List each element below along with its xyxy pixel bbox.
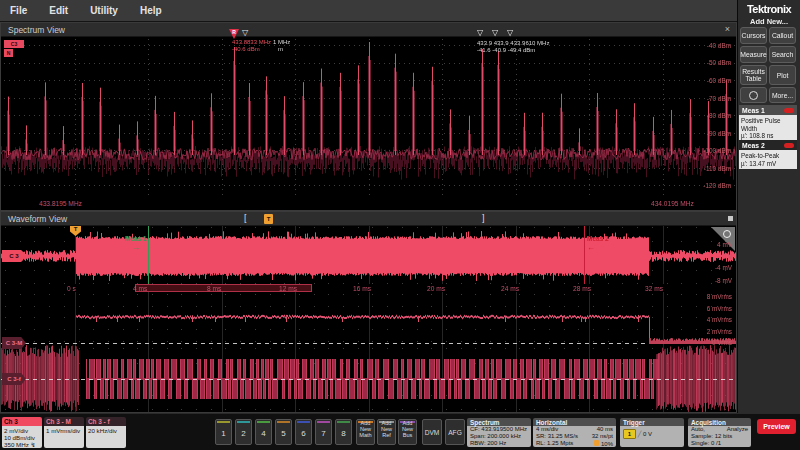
meas1-arrow-icon: → [132,243,140,252]
ch3-frequency-trace-badge[interactable]: C 3-f [2,373,26,385]
brand-logo: Tektronix [739,3,799,15]
trigger-indicator-icon[interactable]: T [264,214,273,224]
spectrum-trace-mode-badge[interactable]: N [4,49,13,57]
meas1-gate-line[interactable] [148,226,149,284]
waveform-view-title: Waveform View [8,214,67,224]
db-label: -40 dBm [707,42,731,49]
ch3f-badge-title: Ch 3 - f [86,417,126,426]
probe-icon: ↯ [31,441,36,448]
cursors-button[interactable]: Cursors [740,27,767,44]
channel-button-8[interactable]: 8 [335,419,352,445]
markers-right-freqs: 433.9 433.9 433.9610 MHz [477,40,549,47]
callout-button[interactable]: Callout [769,27,796,44]
add-new-math-button[interactable]: AddNewMath [356,419,375,445]
spectrum-span: Span: 200.000 kHz [470,433,528,440]
preview-button[interactable]: Preview [757,419,796,434]
time-label: 20 ms [427,285,445,292]
v-label: 0 V [722,253,732,260]
peak-marker-icon[interactable]: ▽ [492,29,498,37]
ch3m-scale: 1 mVrms/div [46,427,82,434]
trigger-slope-icon: ╱ [638,431,642,437]
time-label: 12 ms [279,285,297,292]
meas1-warning-icon [784,108,794,113]
channel-button-2[interactable]: 2 [235,419,252,445]
horizontal-settings-panel[interactable]: Horizontal 4 ms/div40 ms SR: 31.25 MS/s3… [533,418,616,447]
db-label: -100 dBm [703,147,731,154]
waveform-view-window: Waveform View [ T ] T Meas 1 → Meas 2 ← … [0,211,737,413]
horizontal-position-icon [594,440,599,446]
add-new-ref-button[interactable]: AddNewRef [377,419,396,445]
magnitude-waveform-plot[interactable] [1,292,736,345]
spectrum-trace-badge[interactable]: C3 [4,40,24,48]
more-button[interactable]: More... [769,87,796,103]
menu-edit[interactable]: Edit [49,5,68,16]
search-button[interactable]: Search [769,46,796,63]
frequency-waveform-plot[interactable] [1,345,736,412]
spectrum-plot[interactable] [1,37,736,197]
v-label: 4 mV [717,241,732,248]
spectrum-cf: CF: 433.919500 MHz [470,426,528,433]
meas2-title: Meas 2 [742,142,765,149]
meas1-annotation: Meas 1 [125,235,147,242]
menu-utility[interactable]: Utility [90,5,118,16]
menu-bar: File Edit Utility Help [0,0,737,22]
afg-button[interactable]: AFG [445,419,465,445]
ch3-waveform-plot[interactable] [1,226,736,284]
acquisition-settings-panel[interactable]: Acquisition Auto,Analyze Sample: 12 bits… [688,418,751,447]
menu-file[interactable]: File [10,5,27,16]
ch3-trace-badge[interactable]: C 3 [2,250,26,262]
meas1-type: Positive Pulse Width [741,117,795,132]
oscilloscope-screen: File Edit Utility Help Spectrum View × C… [0,0,800,450]
trigger-settings-panel[interactable]: Trigger 1 ╱ 0 V [620,418,684,447]
v-label: -4 mV [715,264,732,271]
waveform-view-titlebar: Waveform View [ T ] [1,212,736,226]
ch3-magnitude-badge[interactable]: Ch 3 - M 1 mVrms/div [44,417,84,448]
expansion-bracket-open-icon[interactable]: [ [244,213,247,223]
time-label: 0 s [67,285,76,292]
peak-marker-icon[interactable]: ▽ [242,29,248,37]
spectrum-settings-panel[interactable]: Spectrum CF: 433.919500 MHz Span: 200.00… [467,418,531,447]
ch3-frequency-badge[interactable]: Ch 3 - f 20 kHz/div [86,417,126,448]
measure-button[interactable]: Measure [740,46,767,63]
channel-button-7[interactable]: 7 [315,419,332,445]
results-table-button[interactable]: Results Table [740,65,767,85]
meas2-warning-icon [784,143,794,148]
dvm-button[interactable]: DVM [422,419,442,445]
ch3f-scale: 20 kHz/div [88,427,124,434]
ch3-bandwidth: 350 MHz [4,441,29,448]
channel-button-6[interactable]: 6 [295,419,312,445]
spectrum-view-titlebar: Spectrum View × [1,23,736,37]
close-icon[interactable]: × [725,24,730,34]
plot-button[interactable]: Plot [769,65,796,85]
db-label: -90 dBm [707,130,731,137]
meas2-annotation: Meas 2 [587,235,609,242]
peak-marker-icon[interactable]: ▽ [477,29,483,37]
menu-help[interactable]: Help [140,5,162,16]
add-new-label: Add New... [739,17,799,26]
ch3-badge-title: Ch 3 [2,417,42,426]
meas2-type: Peak-to-Peak [741,152,795,160]
trigger-level: 0 V [643,431,652,437]
channel-button-5[interactable]: 5 [275,419,292,445]
spectrum-rbw: RBW: 200 Hz [470,440,528,447]
expansion-bracket-close-icon[interactable]: ] [482,213,485,223]
markers-right-ampls: -41.6 -40.9 -49.4 dBm [477,47,535,54]
meas2-badge[interactable]: Meas 2 Peak-to-Peak µ': 13.47 mV [739,140,797,169]
channel-button-1[interactable]: 1 [215,419,232,445]
marker-r-ampl: -40.6 dBm [232,46,260,53]
window-handle-icon[interactable] [728,216,733,221]
ch3m-badge-title: Ch 3 - M [44,417,84,426]
ch3-badge[interactable]: Ch 3 2 mV/div 10 dBm/div 350 MHz ↯ [2,417,42,448]
db-label: -80 dBm [707,112,731,119]
ch3-magnitude-trace-badge[interactable]: C 3-M [2,337,26,349]
add-new-bus-button[interactable]: AddNewBus [398,419,417,445]
freq-stop-label: 434.0195 MHz [651,200,694,207]
meas1-value: µ': 108.8 ns [741,132,795,140]
freq-start-label: 433.8195 MHz [39,200,82,207]
time-label: 4 ms [133,285,147,292]
meas2-gate-line[interactable] [584,226,585,284]
channel-button-4[interactable]: 4 [255,419,272,445]
zoom-tool-button[interactable] [740,87,767,103]
peak-marker-icon[interactable]: ▽ [507,29,513,37]
time-label: 28 ms [573,285,591,292]
